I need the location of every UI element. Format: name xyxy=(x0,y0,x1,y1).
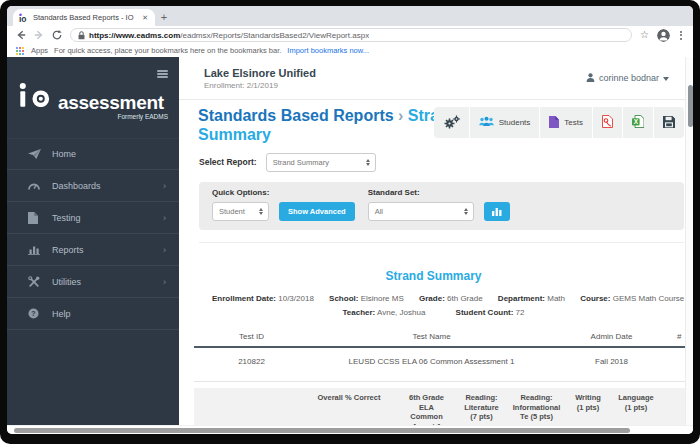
col-test-name: Test Name xyxy=(309,332,554,341)
col-reading-informational: Reading: Informational Te (5 pts) xyxy=(509,393,564,425)
quick-option-value: Student xyxy=(219,207,245,216)
district-name: Lake Elsinore Unified xyxy=(204,67,316,79)
col-language: Language (1 pts) xyxy=(612,393,660,425)
pdf-export-icon xyxy=(602,115,613,130)
quick-option-dropdown[interactable]: Student xyxy=(212,202,269,221)
select-arrows-icon xyxy=(259,208,263,216)
chart-view-button[interactable] xyxy=(484,202,510,221)
sidebar-item-label: Help xyxy=(52,309,71,319)
profile-avatar-icon[interactable] xyxy=(657,29,670,42)
show-advanced-button[interactable]: Show Advanced xyxy=(279,202,355,221)
students-label: Students xyxy=(499,118,531,127)
bookmark-star-icon[interactable]: ☆ xyxy=(640,30,649,40)
app-header: Lake Elsinore Unified Enrollment: 2/1/20… xyxy=(179,57,693,100)
section-divider xyxy=(199,242,684,243)
page-content: Standards Based Reports › Strand Summary xyxy=(179,100,693,425)
paper-plane-icon xyxy=(28,149,43,160)
new-tab-button[interactable]: + xyxy=(155,9,173,25)
strands-table-header: Overall % Correct 6th Grade ELA Common A… xyxy=(194,388,693,425)
district-block: Lake Elsinore Unified Enrollment: 2/1/20… xyxy=(204,67,316,90)
excel-export-icon: X xyxy=(632,115,644,130)
sidebar-toggle-icon[interactable] xyxy=(157,70,168,80)
report-meta-line1: Enrollment Date: 10/3/2018 School: Elsin… xyxy=(212,294,693,303)
tab-close-icon[interactable]: ✕ xyxy=(141,14,149,22)
horizontal-scrollbar-thumb[interactable] xyxy=(14,428,630,433)
chart-icon xyxy=(492,207,502,216)
standard-set-group: Standard Set: All xyxy=(368,188,510,221)
gears-icon xyxy=(443,115,460,131)
apps-grid-icon[interactable] xyxy=(16,47,24,55)
sidebar-item-home[interactable]: Home xyxy=(7,138,179,170)
select-report-label: Select Report: xyxy=(199,157,257,167)
url-bar: https://www.eadms.com/eadmsx/Reports/Sta… xyxy=(7,26,693,44)
select-report-dropdown[interactable]: Strand Summary xyxy=(266,153,376,172)
cell-test-id: 210822 xyxy=(194,357,309,366)
question-icon: ? xyxy=(28,308,43,319)
sidebar-item-help[interactable]: ? Help xyxy=(7,298,179,330)
breadcrumb-separator: › xyxy=(398,107,403,124)
apps-label[interactable]: Apps xyxy=(31,46,48,55)
bookmarks-hint: For quick access, place your bookmarks h… xyxy=(54,46,281,55)
window: io Standards Based Reports - IO ✕ + xyxy=(7,6,693,434)
page-title: Standards Based Reports › Strand Summary xyxy=(198,107,470,145)
gauge-icon xyxy=(28,181,43,191)
settings-button[interactable] xyxy=(434,107,469,138)
students-button[interactable]: Students xyxy=(469,107,540,138)
save-icon xyxy=(663,116,675,130)
reload-icon[interactable] xyxy=(52,30,62,40)
vertical-scrollbar[interactable] xyxy=(685,57,693,425)
chevron-right-icon: › xyxy=(163,245,166,255)
col-empty xyxy=(194,393,299,425)
horizontal-scrollbar[interactable] xyxy=(7,425,693,434)
col-test-id: Test ID xyxy=(194,332,309,341)
standard-set-label: Standard Set: xyxy=(368,188,510,197)
tools-icon xyxy=(28,276,43,288)
vertical-scrollbar-thumb[interactable] xyxy=(688,85,693,127)
sidebar: assessment Formerly EADMS Home Dash xyxy=(7,57,179,425)
standard-set-dropdown[interactable]: All xyxy=(368,202,474,221)
tests-button[interactable]: Tests xyxy=(539,107,592,138)
select-report-value: Strand Summary xyxy=(273,158,329,167)
url-text: https://www.eadms.com/eadmsx/Reports/Sta… xyxy=(89,31,369,40)
save-report-button[interactable] xyxy=(653,107,684,138)
forward-icon[interactable] xyxy=(34,30,44,40)
col-overall-percent: Overall % Correct xyxy=(299,393,399,425)
tab-title: Standards Based Reports - IO xyxy=(33,13,137,22)
logo-subtitle: Formerly EADMS xyxy=(7,113,168,120)
table-row[interactable]: 210822 LEUSD CCSS ELA 06 Common Assessme… xyxy=(194,348,693,382)
sidebar-item-utilities[interactable]: Utilities › xyxy=(7,266,179,298)
browser-tab[interactable]: io Standards Based Reports - IO ✕ xyxy=(13,9,155,26)
sidebar-item-reports[interactable]: Reports › xyxy=(7,234,179,266)
main-area: Lake Elsinore Unified Enrollment: 2/1/20… xyxy=(179,57,693,425)
back-icon[interactable] xyxy=(16,30,26,40)
select-arrows-icon xyxy=(464,208,468,216)
address-input[interactable]: https://www.eadms.com/eadmsx/Reports/Sta… xyxy=(70,28,632,42)
standard-set-value: All xyxy=(375,207,383,216)
sidebar-item-testing[interactable]: Testing › xyxy=(7,202,179,234)
app-logo: assessment xyxy=(19,82,179,111)
app-area: assessment Formerly EADMS Home Dash xyxy=(7,57,693,425)
tests-table-header: Test ID Test Name Admin Date # xyxy=(194,332,693,348)
user-menu[interactable]: corinne bodnar xyxy=(586,73,669,84)
tab-strip: io Standards Based Reports - IO ✕ + xyxy=(7,6,693,26)
sidebar-item-label: Testing xyxy=(52,213,81,223)
col-writing: Writing (1 pts) xyxy=(564,393,612,425)
import-bookmarks-link[interactable]: Import bookmarks now... xyxy=(287,46,369,55)
user-icon xyxy=(586,73,595,84)
cell-admin-date: Fall 2018 xyxy=(554,357,669,366)
cell-test-name: LEUSD CCSS ELA 06 Common Assessment 1 xyxy=(309,357,554,366)
logo-word: assessment xyxy=(58,94,164,111)
chevron-right-icon: › xyxy=(163,277,166,287)
col-admin-date: Admin Date xyxy=(554,332,669,341)
sidebar-item-dashboards[interactable]: Dashboards › xyxy=(7,170,179,202)
export-excel-button[interactable]: X xyxy=(622,107,653,138)
export-pdf-button[interactable] xyxy=(592,107,622,138)
sidebar-nav: Home Dashboards › Testing xyxy=(7,138,179,330)
col-reading-literature: Reading: Literature (7 pts) xyxy=(454,393,509,425)
quick-options-panel: Quick Options: Student Show Advanced Sta… xyxy=(199,182,684,230)
report-toolbar: Students Tests xyxy=(434,107,684,138)
user-name: corinne bodnar xyxy=(599,73,659,83)
browser-menu-icon[interactable] xyxy=(678,31,684,40)
browser-window: io Standards Based Reports - IO ✕ + xyxy=(0,0,700,444)
sidebar-item-label: Utilities xyxy=(52,277,81,287)
